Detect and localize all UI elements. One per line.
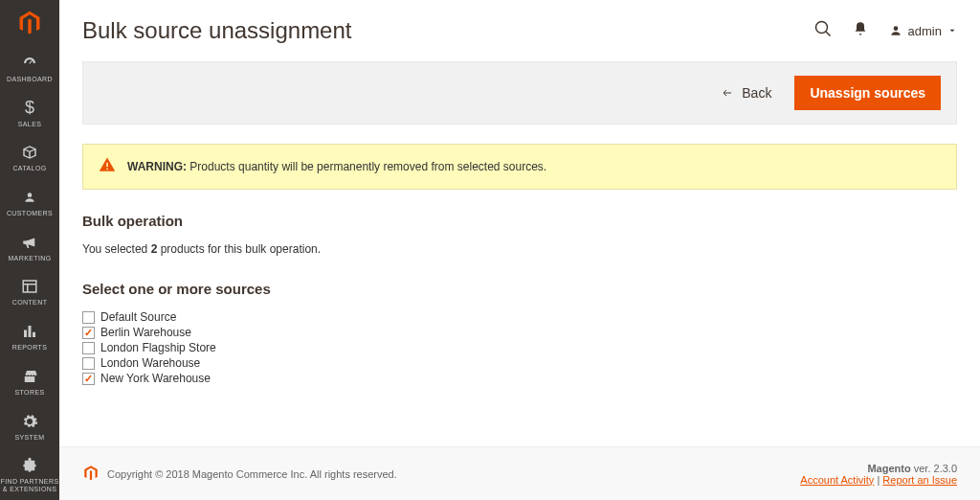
nav-label: FIND PARTNERS & EXTENSIONS (1, 478, 59, 492)
main-content: Bulk source unassignment admin Back Unas… (59, 0, 980, 500)
footer-right: Magento ver. 2.3.0 Account Activity | Re… (800, 463, 957, 486)
nav-label: CUSTOMERS (7, 210, 53, 217)
separator: | (874, 474, 882, 486)
product-name: Magento (867, 463, 910, 474)
nav-system[interactable]: SYSTEM (0, 404, 59, 449)
page-header: Bulk source unassignment admin (59, 0, 980, 61)
nav-label: DASHBOARD (7, 76, 53, 83)
nav-label: SYSTEM (14, 434, 44, 442)
magento-logo-icon (82, 465, 100, 484)
source-item: Berlin Warehouse (82, 326, 957, 339)
puzzle-icon (21, 456, 38, 475)
user-name: admin (908, 24, 942, 38)
magento-logo[interactable] (0, 0, 59, 46)
copyright-text: Copyright © 2018 Magento Commerce Inc. A… (107, 468, 397, 480)
account-activity-link[interactable]: Account Activity (800, 474, 874, 486)
source-label: New York Warehouse (100, 372, 211, 385)
selection-suffix: products for this bulk operation. (157, 242, 321, 256)
source-label: London Flagship Store (100, 341, 216, 354)
page-title: Bulk source unassignment (82, 17, 351, 44)
nav-label: MARKETING (8, 255, 51, 262)
user-area: admin (814, 20, 957, 42)
box-icon (21, 143, 38, 162)
user-dropdown[interactable]: admin (889, 24, 957, 38)
nav-content[interactable]: CONTENT (0, 269, 59, 314)
source-list: Default Source Berlin Warehouse London F… (82, 310, 957, 385)
nav-catalog[interactable]: CATALOG (0, 135, 59, 180)
nav-label: CATALOG (12, 165, 46, 172)
source-checkbox[interactable] (82, 327, 95, 339)
back-button[interactable]: Back (711, 78, 781, 108)
search-icon[interactable] (814, 20, 832, 42)
warning-body: Products quantity will be permanently re… (189, 160, 546, 173)
nav-dashboard[interactable]: DASHBOARD (0, 46, 59, 91)
source-checkbox[interactable] (82, 357, 95, 370)
back-label: Back (742, 85, 771, 101)
selection-info: You selected 2 products for this bulk op… (82, 242, 957, 256)
bulk-operation-heading: Bulk operation (82, 213, 957, 229)
arrow-left-icon (721, 87, 734, 99)
source-checkbox[interactable] (82, 311, 95, 324)
source-item: Default Source (82, 310, 957, 324)
gear-icon (21, 412, 38, 431)
side-navigation: DASHBOARD $ SALES CATALOG CUSTOMERS MARK… (0, 0, 59, 500)
layout-icon (21, 277, 38, 296)
page-footer: Copyright © 2018 Magento Commerce Inc. A… (59, 446, 980, 500)
bell-icon[interactable] (853, 20, 868, 42)
nav-label: CONTENT (12, 299, 48, 307)
megaphone-icon (21, 233, 38, 252)
nav-stores[interactable]: STORES (0, 359, 59, 404)
magento-logo-icon (16, 10, 43, 36)
chevron-down-icon (947, 26, 957, 35)
bar-chart-icon (21, 322, 38, 341)
action-toolbar: Back Unassign sources (82, 61, 957, 125)
warning-message: WARNING: Products quantity will be perma… (82, 144, 957, 190)
dashboard-icon (21, 54, 38, 73)
nav-label: STORES (14, 389, 44, 397)
warning-icon (99, 156, 116, 177)
user-icon (889, 24, 902, 37)
nav-partners[interactable]: FIND PARTNERS & EXTENSIONS (0, 448, 59, 500)
unassign-sources-button[interactable]: Unassign sources (794, 76, 941, 110)
nav-label: REPORTS (12, 344, 48, 352)
report-issue-link[interactable]: Report an Issue (882, 474, 957, 486)
warning-label: WARNING: (127, 160, 187, 173)
content-area: WARNING: Products quantity will be perma… (59, 125, 980, 446)
ver-label: ver. (911, 463, 934, 474)
footer-left: Copyright © 2018 Magento Commerce Inc. A… (82, 465, 397, 484)
nav-marketing[interactable]: MARKETING (0, 225, 59, 270)
nav-sales[interactable]: $ SALES (0, 91, 59, 136)
source-item: London Flagship Store (82, 341, 957, 354)
person-icon (23, 188, 36, 207)
select-sources-heading: Select one or more sources (82, 281, 957, 297)
source-checkbox[interactable] (82, 342, 95, 354)
source-label: Default Source (100, 310, 176, 324)
dollar-icon: $ (25, 99, 34, 118)
nav-label: SALES (18, 121, 42, 128)
source-label: London Warehouse (100, 356, 200, 370)
selection-prefix: You selected (82, 242, 151, 256)
source-item: New York Warehouse (82, 372, 957, 385)
source-label: Berlin Warehouse (100, 326, 191, 339)
nav-reports[interactable]: REPORTS (0, 314, 59, 359)
source-item: London Warehouse (82, 356, 957, 370)
source-checkbox[interactable] (82, 373, 95, 385)
version: 2.3.0 (934, 463, 957, 474)
warning-text: WARNING: Products quantity will be perma… (127, 160, 546, 173)
nav-customers[interactable]: CUSTOMERS (0, 180, 59, 225)
store-icon (21, 367, 38, 386)
